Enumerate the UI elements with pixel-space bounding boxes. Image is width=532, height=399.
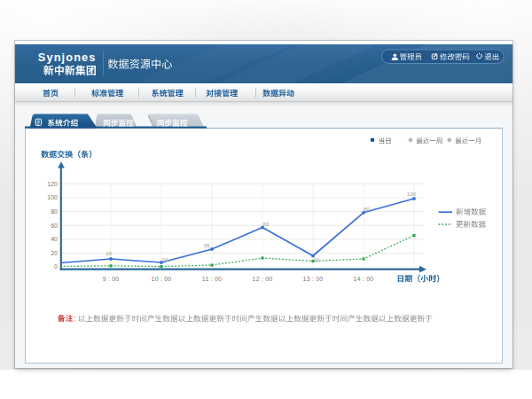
svg-text:13 : 00: 13 : 00 (303, 276, 324, 282)
svg-text:12 : 00: 12 : 00 (253, 276, 273, 282)
svg-text:20: 20 (51, 250, 58, 256)
svg-text:Synjones: Synjones (38, 51, 97, 64)
svg-text:10 : 00: 10 : 00 (152, 276, 172, 282)
svg-text:10: 10 (313, 256, 319, 262)
svg-text:18: 18 (106, 250, 112, 256)
svg-text:0: 0 (54, 263, 58, 270)
svg-text:40: 40 (51, 236, 58, 242)
svg-text:14 : 00: 14 : 00 (354, 276, 374, 282)
svg-text:60: 60 (51, 223, 58, 229)
svg-text:80: 80 (51, 208, 58, 215)
svg-text:120: 120 (47, 181, 58, 187)
svg-text:60: 60 (263, 221, 270, 227)
svg-text:10: 10 (161, 256, 168, 262)
svg-text:100: 100 (47, 194, 58, 200)
svg-text:100: 100 (407, 191, 417, 197)
svg-text:35: 35 (204, 242, 210, 248)
svg-text:80: 80 (364, 206, 370, 212)
svg-text:9 : 00: 9 : 00 (103, 276, 120, 282)
svg-text:11 : 00: 11 : 00 (202, 276, 222, 282)
